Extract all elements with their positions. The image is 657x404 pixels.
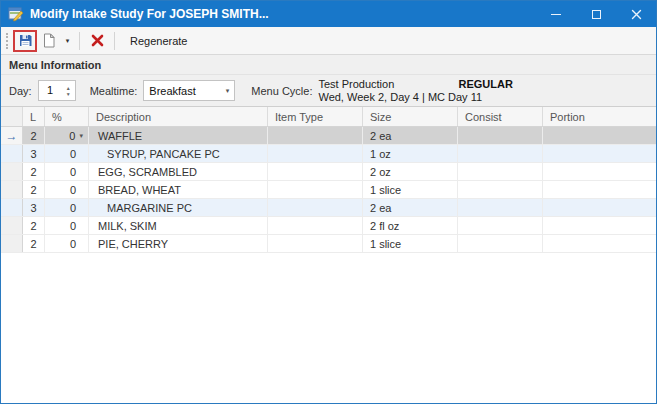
cell-description[interactable]: EGG, SCRAMBLED <box>89 163 268 180</box>
cell-size[interactable]: 1 slice <box>363 181 458 198</box>
cell-description[interactable]: PIE, CHERRY <box>89 235 268 252</box>
regenerate-button[interactable]: Regenerate <box>120 30 198 52</box>
table-row[interactable]: 2 0 PIE, CHERRY 1 slice <box>1 235 656 253</box>
cell-l[interactable]: 2 <box>23 163 45 180</box>
column-header-percent[interactable]: % <box>45 107 89 126</box>
cell-consist[interactable] <box>458 181 543 198</box>
column-header-l[interactable]: L <box>23 107 45 126</box>
day-value[interactable]: 1 <box>39 81 62 100</box>
toolbar-separator <box>79 32 80 50</box>
cell-item-type[interactable] <box>268 127 363 144</box>
cell-item-type[interactable] <box>268 163 363 180</box>
day-spinner[interactable]: 1 ▲ ▼ <box>38 80 76 101</box>
cell-consist[interactable] <box>458 199 543 216</box>
cell-percent[interactable]: 0 <box>45 235 89 252</box>
menu-information-panel: Menu Information Day: 1 ▲ ▼ Mealtime: Br… <box>1 55 656 107</box>
cell-item-type[interactable] <box>268 181 363 198</box>
cell-percent[interactable]: 0 <box>45 217 89 234</box>
cell-portion[interactable] <box>543 217 656 234</box>
cell-l[interactable]: 2 <box>23 235 45 252</box>
cell-percent[interactable]: 0 <box>45 145 89 162</box>
cell-description[interactable]: BREAD, WHEAT <box>89 181 268 198</box>
cell-description[interactable]: SYRUP, PANCAKE PC <box>89 145 268 162</box>
cell-consist[interactable] <box>458 217 543 234</box>
mealtime-value: Breakfast <box>149 85 195 97</box>
cell-item-type[interactable] <box>268 217 363 234</box>
dropdown-caret-icon: ▾ <box>226 87 230 95</box>
cell-consist[interactable] <box>458 145 543 162</box>
new-document-icon <box>42 33 56 48</box>
column-header-portion[interactable]: Portion <box>543 107 656 126</box>
cell-percent[interactable]: 0 <box>45 181 89 198</box>
save-button[interactable] <box>13 30 37 52</box>
grid-header-row: L % Description Item Type Size Consist P… <box>1 107 656 127</box>
cell-percent[interactable]: 0 <box>45 199 89 216</box>
maximize-icon <box>592 10 601 19</box>
cell-l[interactable]: 2 <box>23 127 45 144</box>
new-document-dropdown-caret[interactable]: ▾ <box>61 30 74 52</box>
cell-percent[interactable]: 0 <box>45 163 89 180</box>
title-bar: Modify Intake Study For JOSEPH SMITH... <box>1 1 656 27</box>
close-button[interactable] <box>616 1 656 27</box>
toolbar-grip[interactable] <box>6 33 8 49</box>
cell-item-type[interactable] <box>268 235 363 252</box>
cell-percent[interactable]: 0 ▾ <box>45 127 89 144</box>
cell-description[interactable]: WAFFLE <box>89 127 268 144</box>
cell-size[interactable]: 2 ea <box>363 199 458 216</box>
spin-down-icon[interactable]: ▼ <box>66 91 71 97</box>
cell-item-type[interactable] <box>268 199 363 216</box>
row-indicator-arrow-icon: → <box>6 130 18 142</box>
cell-l[interactable]: 3 <box>23 145 45 162</box>
cell-size[interactable]: 1 oz <box>363 145 458 162</box>
cell-portion[interactable] <box>543 127 656 144</box>
dropdown-caret-icon[interactable]: ▾ <box>79 132 83 140</box>
column-header-size[interactable]: Size <box>363 107 458 126</box>
table-row[interactable]: → 2 0 ▾ WAFFLE 2 ea <box>1 127 656 145</box>
cell-l[interactable]: 3 <box>23 199 45 216</box>
row-indicator <box>1 217 23 234</box>
indicator-column-header <box>1 107 23 126</box>
row-indicator: → <box>1 127 23 144</box>
cell-consist[interactable] <box>458 163 543 180</box>
table-row[interactable]: 2 0 BREAD, WHEAT 1 slice <box>1 181 656 199</box>
minimize-icon <box>551 14 561 15</box>
row-indicator <box>1 181 23 198</box>
cell-item-type[interactable] <box>268 145 363 162</box>
table-row[interactable]: 3 0 SYRUP, PANCAKE PC 1 oz <box>1 145 656 163</box>
cell-portion[interactable] <box>543 181 656 198</box>
column-header-description[interactable]: Description <box>89 107 268 126</box>
column-header-item-type[interactable]: Item Type <box>268 107 363 126</box>
cell-size[interactable]: 2 oz <box>363 163 458 180</box>
cell-consist[interactable] <box>458 235 543 252</box>
maximize-button[interactable] <box>576 1 616 27</box>
cell-portion[interactable] <box>543 235 656 252</box>
mealtime-select[interactable]: Breakfast ▾ <box>143 80 235 101</box>
cell-portion[interactable] <box>543 163 656 180</box>
column-header-consist[interactable]: Consist <box>458 107 543 126</box>
dropdown-caret-icon: ▾ <box>66 37 70 45</box>
window-title: Modify Intake Study For JOSEPH SMITH... <box>30 7 269 21</box>
grid-empty-area <box>1 253 656 403</box>
menu-cycle-detail: Wed, Week 2, Day 4 | MC Day 11 <box>318 91 512 104</box>
row-indicator <box>1 145 23 162</box>
row-indicator <box>1 199 23 216</box>
cell-consist[interactable] <box>458 127 543 144</box>
cell-portion[interactable] <box>543 199 656 216</box>
menu-items-grid: L % Description Item Type Size Consist P… <box>1 107 656 403</box>
minimize-button[interactable] <box>536 1 576 27</box>
cell-l[interactable]: 2 <box>23 217 45 234</box>
table-row[interactable]: 2 0 EGG, SCRAMBLED 2 oz <box>1 163 656 181</box>
table-row[interactable]: 3 0 MARGARINE PC 2 ea <box>1 199 656 217</box>
delete-button[interactable] <box>85 30 109 52</box>
cell-l[interactable]: 2 <box>23 181 45 198</box>
menu-information-header: Menu Information <box>1 55 656 75</box>
cell-description[interactable]: MILK, SKIM <box>89 217 268 234</box>
table-row[interactable]: 2 0 MILK, SKIM 2 fl oz <box>1 217 656 235</box>
menu-cycle-diet: REGULAR <box>458 78 512 91</box>
cell-size[interactable]: 2 fl oz <box>363 217 458 234</box>
cell-size[interactable]: 2 ea <box>363 127 458 144</box>
cell-portion[interactable] <box>543 145 656 162</box>
cell-description[interactable]: MARGARINE PC <box>89 199 268 216</box>
cell-size[interactable]: 1 slice <box>363 235 458 252</box>
new-document-button[interactable] <box>37 30 61 52</box>
